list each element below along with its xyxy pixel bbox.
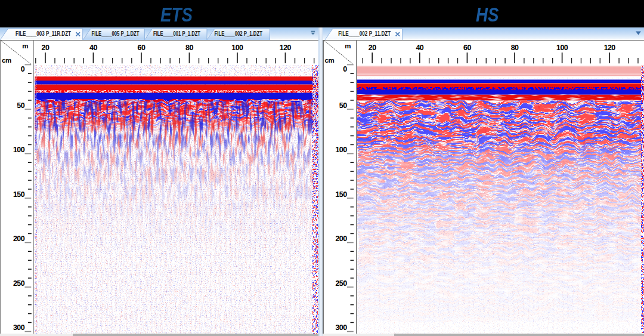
svg-text:20: 20: [368, 44, 376, 52]
svg-text:100: 100: [556, 44, 568, 52]
svg-text:0: 0: [21, 65, 25, 73]
svg-text:m: m: [345, 42, 351, 50]
svg-text:0: 0: [343, 65, 347, 73]
svg-text:FILE____003 P_11R.DZT: FILE____003 P_11R.DZT: [16, 30, 71, 37]
svg-text:120: 120: [603, 44, 615, 52]
svg-text:60: 60: [137, 44, 145, 52]
svg-text:150: 150: [13, 190, 25, 199]
svg-text:50: 50: [17, 101, 24, 110]
svg-text:cm: cm: [2, 57, 11, 64]
svg-text:80: 80: [185, 44, 193, 52]
svg-text:50: 50: [339, 101, 346, 110]
svg-text:FILE____001 P_1.DZT: FILE____001 P_1.DZT: [153, 30, 200, 37]
svg-text:200: 200: [335, 235, 347, 243]
svg-text:100: 100: [13, 146, 25, 154]
svg-text:300: 300: [335, 323, 347, 332]
svg-text:FILE____002 P_1.DZT: FILE____002 P_1.DZT: [215, 30, 263, 37]
svg-text:40: 40: [416, 44, 423, 52]
svg-text:300: 300: [13, 323, 25, 332]
svg-text:m: m: [22, 42, 28, 50]
svg-text:200: 200: [13, 235, 25, 243]
svg-text:100: 100: [231, 44, 243, 52]
svg-text:FILE____002 P_11.DZT: FILE____002 P_11.DZT: [338, 30, 391, 37]
svg-text:120: 120: [279, 44, 291, 52]
svg-text:150: 150: [335, 190, 347, 199]
svg-text:80: 80: [510, 44, 518, 52]
svg-text:60: 60: [463, 44, 471, 52]
svg-text:250: 250: [335, 279, 347, 288]
svg-text:100: 100: [335, 146, 347, 154]
svg-text:20: 20: [41, 44, 49, 52]
svg-text:40: 40: [89, 44, 97, 52]
svg-text:cm: cm: [324, 57, 334, 64]
svg-text:FILE____005 P_1.DZT: FILE____005 P_1.DZT: [92, 30, 140, 37]
svg-text:250: 250: [13, 279, 25, 288]
